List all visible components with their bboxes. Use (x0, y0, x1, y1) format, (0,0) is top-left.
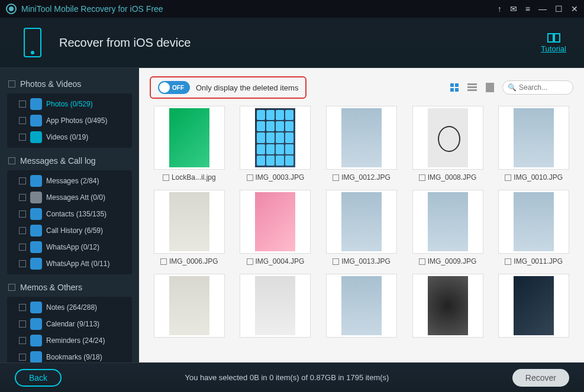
search-input[interactable] (519, 83, 566, 92)
phone-device-icon (24, 28, 41, 57)
thumbnail-image (326, 106, 397, 170)
checkbox[interactable] (160, 258, 167, 265)
checkbox[interactable] (19, 194, 26, 201)
svg-rect-3 (455, 88, 459, 92)
thumbnail-item[interactable]: IMG_0003.JPG (236, 106, 315, 182)
reminders-icon (30, 335, 42, 346)
category-header[interactable]: Photos & Videos (7, 77, 132, 91)
deleted-items-toggle[interactable]: OFF (158, 81, 190, 94)
thumbnail-item[interactable] (236, 274, 315, 338)
search-box[interactable]: 🔍 (502, 80, 573, 95)
checkbox[interactable] (8, 157, 15, 164)
checkbox[interactable] (19, 227, 26, 234)
sidebar-item[interactable]: Messages (2/84) (7, 173, 132, 189)
sidebar-item-label: Messages Att (0/0) (46, 193, 105, 202)
sidebar-item[interactable]: App Photos (0/495) (7, 112, 132, 129)
sidebar-item[interactable]: Call History (6/59) (7, 222, 132, 239)
checkbox[interactable] (19, 177, 26, 184)
back-button[interactable]: Back (15, 369, 62, 387)
checkbox[interactable] (8, 284, 15, 291)
checkbox[interactable] (19, 134, 26, 141)
sidebar-item[interactable]: WhatsApp Att (0/11) (7, 255, 132, 272)
checkbox[interactable] (8, 80, 15, 88)
thumbnail-item[interactable] (322, 274, 401, 338)
sidebar-item[interactable]: Reminders (24/24) (7, 332, 132, 349)
checkbox[interactable] (505, 174, 511, 181)
checkbox[interactable] (19, 304, 26, 311)
thumbnail-caption: IMG_0012.JPG (333, 173, 391, 182)
grid-view-icon[interactable] (449, 82, 460, 93)
thumbnail-item[interactable]: IMG_0006.JPG (150, 190, 229, 265)
checkbox[interactable] (19, 210, 26, 218)
thumbnail-item[interactable]: IMG_0008.JPG (408, 106, 488, 182)
whatsapp-att-icon (30, 258, 42, 270)
sidebar-item-label: Bookmarks (9/18) (46, 353, 102, 361)
sidebar-item[interactable]: Messages Att (0/0) (7, 189, 132, 206)
checkbox[interactable] (247, 258, 253, 265)
svg-rect-0 (450, 83, 454, 87)
thumbnail-item[interactable]: IMG_0004.JPG (236, 190, 315, 265)
contacts-icon (30, 208, 42, 220)
sidebar-item-label: Photos (0/529) (46, 100, 93, 108)
category-header[interactable]: Messages & Call log (7, 154, 132, 168)
bookmark-icon (30, 351, 42, 362)
thumbnail-item[interactable] (494, 274, 573, 338)
sidebar-item[interactable]: Bookmarks (9/18) (7, 349, 132, 362)
checkbox[interactable] (419, 174, 425, 181)
thumbnail-item[interactable]: LockBa...il.jpg (150, 106, 229, 182)
maximize-icon[interactable]: ☐ (555, 4, 563, 14)
checkbox[interactable] (19, 260, 26, 267)
checkbox[interactable] (163, 174, 169, 181)
recover-button[interactable]: Recover (512, 369, 569, 387)
checkbox[interactable] (19, 337, 26, 344)
sidebar-item[interactable]: Videos (0/19) (7, 129, 132, 145)
toggle-label: Only display the deleted items (196, 83, 298, 92)
thumbnail-item[interactable] (150, 274, 229, 338)
checkbox[interactable] (19, 244, 26, 251)
category-title: Photos & Videos (20, 79, 81, 89)
thumbnail-item[interactable]: IMG_0009.JPG (408, 190, 488, 265)
detail-view-icon[interactable] (485, 82, 495, 93)
thumbnail-grid-scroll[interactable]: LockBa...il.jpgIMG_0003.JPGIMG_0012.JPGI… (139, 103, 584, 362)
checkbox[interactable] (505, 258, 511, 265)
checkbox[interactable] (333, 258, 339, 265)
sidebar-item[interactable]: Calendar (9/113) (7, 316, 132, 332)
checkbox[interactable] (19, 320, 26, 328)
whatsapp-icon (30, 241, 42, 253)
thumbnail-item[interactable]: IMG_0013.JPG (322, 190, 401, 265)
close-icon[interactable]: ✕ (571, 4, 578, 14)
sidebar-item[interactable]: Contacts (135/135) (7, 206, 132, 222)
thumbnail-item[interactable]: IMG_0012.JPG (322, 106, 401, 182)
thumbnail-filename: IMG_0011.JPG (514, 257, 563, 265)
thumbnail-item[interactable] (408, 274, 488, 338)
thumbnail-filename: IMG_0004.JPG (256, 257, 305, 265)
thumbnail-image (154, 106, 225, 170)
video-icon (30, 131, 42, 143)
upload-icon[interactable]: ↑ (498, 4, 502, 14)
thumbnail-item[interactable]: IMG_0010.JPG (494, 106, 573, 182)
checkbox[interactable] (19, 354, 26, 361)
checkbox[interactable] (333, 174, 339, 181)
category-header[interactable]: Memos & Others (7, 280, 132, 294)
menu-icon[interactable]: ≡ (525, 4, 530, 14)
thumbnail-item[interactable]: IMG_0011.JPG (494, 190, 573, 265)
thumbnail-filename: IMG_0006.JPG (169, 257, 218, 265)
thumbnail-image (240, 274, 311, 338)
thumbnail-filename: IMG_0012.JPG (341, 173, 391, 182)
thumbnail-image (326, 190, 397, 254)
sidebar-item-label: Contacts (135/135) (46, 210, 107, 218)
sidebar-item[interactable]: Photos (0/529) (7, 96, 132, 112)
toolbar: OFF Only display the deleted items 🔍 (150, 76, 573, 99)
header: Recover from iOS device Tutorial (0, 18, 584, 68)
sidebar-item[interactable]: Notes (264/288) (7, 299, 132, 316)
minimize-icon[interactable]: — (538, 4, 547, 14)
mail-icon[interactable]: ✉ (510, 4, 517, 14)
checkbox[interactable] (19, 101, 26, 108)
sidebar-item[interactable]: WhatsApp (0/12) (7, 239, 132, 255)
list-view-icon[interactable] (467, 82, 477, 93)
tutorial-link[interactable]: Tutorial (541, 33, 566, 53)
checkbox[interactable] (19, 117, 26, 124)
checkbox[interactable] (419, 258, 425, 265)
checkbox[interactable] (247, 174, 253, 181)
thumbnail-image (326, 274, 397, 338)
